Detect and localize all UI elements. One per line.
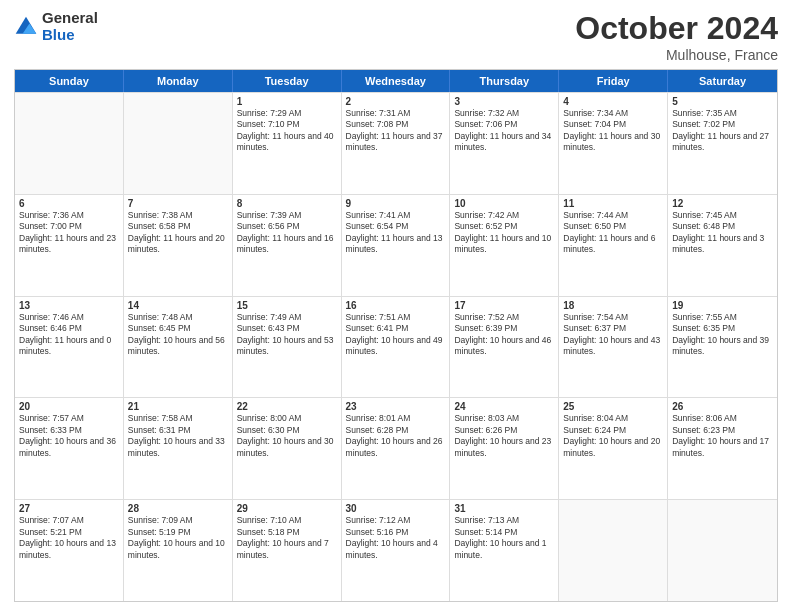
day-number: 15 bbox=[237, 300, 337, 311]
empty-cell bbox=[559, 500, 668, 601]
day-number: 31 bbox=[454, 503, 554, 514]
cell-info: Sunrise: 7:44 AMSunset: 6:50 PMDaylight:… bbox=[563, 210, 663, 256]
day-number: 13 bbox=[19, 300, 119, 311]
cell-info: Sunrise: 8:01 AMSunset: 6:28 PMDaylight:… bbox=[346, 413, 446, 459]
logo: General Blue bbox=[14, 10, 98, 43]
cell-info: Sunrise: 7:57 AMSunset: 6:33 PMDaylight:… bbox=[19, 413, 119, 459]
day-number: 11 bbox=[563, 198, 663, 209]
cell-info: Sunrise: 7:54 AMSunset: 6:37 PMDaylight:… bbox=[563, 312, 663, 358]
header-day-wednesday: Wednesday bbox=[342, 70, 451, 92]
day-number: 8 bbox=[237, 198, 337, 209]
calendar-body: 1Sunrise: 7:29 AMSunset: 7:10 PMDaylight… bbox=[15, 92, 777, 601]
cell-info: Sunrise: 7:58 AMSunset: 6:31 PMDaylight:… bbox=[128, 413, 228, 459]
calendar-week-4: 20Sunrise: 7:57 AMSunset: 6:33 PMDayligh… bbox=[15, 397, 777, 499]
day-cell-24: 24Sunrise: 8:03 AMSunset: 6:26 PMDayligh… bbox=[450, 398, 559, 499]
day-cell-25: 25Sunrise: 8:04 AMSunset: 6:24 PMDayligh… bbox=[559, 398, 668, 499]
day-cell-4: 4Sunrise: 7:34 AMSunset: 7:04 PMDaylight… bbox=[559, 93, 668, 194]
header-day-friday: Friday bbox=[559, 70, 668, 92]
day-number: 28 bbox=[128, 503, 228, 514]
cell-info: Sunrise: 8:06 AMSunset: 6:23 PMDaylight:… bbox=[672, 413, 773, 459]
day-cell-27: 27Sunrise: 7:07 AMSunset: 5:21 PMDayligh… bbox=[15, 500, 124, 601]
day-number: 18 bbox=[563, 300, 663, 311]
day-cell-18: 18Sunrise: 7:54 AMSunset: 6:37 PMDayligh… bbox=[559, 297, 668, 398]
day-number: 23 bbox=[346, 401, 446, 412]
location-subtitle: Mulhouse, France bbox=[575, 47, 778, 63]
day-cell-16: 16Sunrise: 7:51 AMSunset: 6:41 PMDayligh… bbox=[342, 297, 451, 398]
day-cell-2: 2Sunrise: 7:31 AMSunset: 7:08 PMDaylight… bbox=[342, 93, 451, 194]
day-number: 24 bbox=[454, 401, 554, 412]
day-number: 30 bbox=[346, 503, 446, 514]
logo-icon bbox=[14, 15, 38, 39]
day-number: 2 bbox=[346, 96, 446, 107]
cell-info: Sunrise: 7:09 AMSunset: 5:19 PMDaylight:… bbox=[128, 515, 228, 561]
day-cell-31: 31Sunrise: 7:13 AMSunset: 5:14 PMDayligh… bbox=[450, 500, 559, 601]
day-cell-3: 3Sunrise: 7:32 AMSunset: 7:06 PMDaylight… bbox=[450, 93, 559, 194]
day-cell-6: 6Sunrise: 7:36 AMSunset: 7:00 PMDaylight… bbox=[15, 195, 124, 296]
day-number: 20 bbox=[19, 401, 119, 412]
header-day-saturday: Saturday bbox=[668, 70, 777, 92]
day-number: 3 bbox=[454, 96, 554, 107]
day-cell-22: 22Sunrise: 8:00 AMSunset: 6:30 PMDayligh… bbox=[233, 398, 342, 499]
day-cell-23: 23Sunrise: 8:01 AMSunset: 6:28 PMDayligh… bbox=[342, 398, 451, 499]
cell-info: Sunrise: 7:45 AMSunset: 6:48 PMDaylight:… bbox=[672, 210, 773, 256]
day-cell-30: 30Sunrise: 7:12 AMSunset: 5:16 PMDayligh… bbox=[342, 500, 451, 601]
day-number: 16 bbox=[346, 300, 446, 311]
day-number: 9 bbox=[346, 198, 446, 209]
cell-info: Sunrise: 7:41 AMSunset: 6:54 PMDaylight:… bbox=[346, 210, 446, 256]
header: General Blue October 2024 Mulhouse, Fran… bbox=[14, 10, 778, 63]
day-cell-21: 21Sunrise: 7:58 AMSunset: 6:31 PMDayligh… bbox=[124, 398, 233, 499]
day-cell-19: 19Sunrise: 7:55 AMSunset: 6:35 PMDayligh… bbox=[668, 297, 777, 398]
cell-info: Sunrise: 7:38 AMSunset: 6:58 PMDaylight:… bbox=[128, 210, 228, 256]
cell-info: Sunrise: 8:04 AMSunset: 6:24 PMDaylight:… bbox=[563, 413, 663, 459]
cell-info: Sunrise: 7:31 AMSunset: 7:08 PMDaylight:… bbox=[346, 108, 446, 154]
day-cell-13: 13Sunrise: 7:46 AMSunset: 6:46 PMDayligh… bbox=[15, 297, 124, 398]
day-number: 26 bbox=[672, 401, 773, 412]
day-cell-5: 5Sunrise: 7:35 AMSunset: 7:02 PMDaylight… bbox=[668, 93, 777, 194]
cell-info: Sunrise: 7:32 AMSunset: 7:06 PMDaylight:… bbox=[454, 108, 554, 154]
day-cell-15: 15Sunrise: 7:49 AMSunset: 6:43 PMDayligh… bbox=[233, 297, 342, 398]
cell-info: Sunrise: 7:12 AMSunset: 5:16 PMDaylight:… bbox=[346, 515, 446, 561]
month-title: October 2024 bbox=[575, 10, 778, 47]
day-cell-7: 7Sunrise: 7:38 AMSunset: 6:58 PMDaylight… bbox=[124, 195, 233, 296]
calendar: SundayMondayTuesdayWednesdayThursdayFrid… bbox=[14, 69, 778, 602]
cell-info: Sunrise: 8:00 AMSunset: 6:30 PMDaylight:… bbox=[237, 413, 337, 459]
day-number: 10 bbox=[454, 198, 554, 209]
day-cell-8: 8Sunrise: 7:39 AMSunset: 6:56 PMDaylight… bbox=[233, 195, 342, 296]
day-number: 14 bbox=[128, 300, 228, 311]
day-cell-12: 12Sunrise: 7:45 AMSunset: 6:48 PMDayligh… bbox=[668, 195, 777, 296]
cell-info: Sunrise: 7:07 AMSunset: 5:21 PMDaylight:… bbox=[19, 515, 119, 561]
day-number: 25 bbox=[563, 401, 663, 412]
day-cell-9: 9Sunrise: 7:41 AMSunset: 6:54 PMDaylight… bbox=[342, 195, 451, 296]
calendar-week-5: 27Sunrise: 7:07 AMSunset: 5:21 PMDayligh… bbox=[15, 499, 777, 601]
day-cell-26: 26Sunrise: 8:06 AMSunset: 6:23 PMDayligh… bbox=[668, 398, 777, 499]
header-day-sunday: Sunday bbox=[15, 70, 124, 92]
cell-info: Sunrise: 7:36 AMSunset: 7:00 PMDaylight:… bbox=[19, 210, 119, 256]
cell-info: Sunrise: 7:10 AMSunset: 5:18 PMDaylight:… bbox=[237, 515, 337, 561]
cell-info: Sunrise: 7:29 AMSunset: 7:10 PMDaylight:… bbox=[237, 108, 337, 154]
day-number: 12 bbox=[672, 198, 773, 209]
day-number: 29 bbox=[237, 503, 337, 514]
day-number: 22 bbox=[237, 401, 337, 412]
day-cell-29: 29Sunrise: 7:10 AMSunset: 5:18 PMDayligh… bbox=[233, 500, 342, 601]
calendar-week-3: 13Sunrise: 7:46 AMSunset: 6:46 PMDayligh… bbox=[15, 296, 777, 398]
day-number: 7 bbox=[128, 198, 228, 209]
cell-info: Sunrise: 7:46 AMSunset: 6:46 PMDaylight:… bbox=[19, 312, 119, 358]
day-number: 4 bbox=[563, 96, 663, 107]
day-cell-14: 14Sunrise: 7:48 AMSunset: 6:45 PMDayligh… bbox=[124, 297, 233, 398]
day-number: 5 bbox=[672, 96, 773, 107]
cell-info: Sunrise: 7:49 AMSunset: 6:43 PMDaylight:… bbox=[237, 312, 337, 358]
day-cell-1: 1Sunrise: 7:29 AMSunset: 7:10 PMDaylight… bbox=[233, 93, 342, 194]
logo-general: General bbox=[42, 10, 98, 27]
day-cell-10: 10Sunrise: 7:42 AMSunset: 6:52 PMDayligh… bbox=[450, 195, 559, 296]
header-day-thursday: Thursday bbox=[450, 70, 559, 92]
day-number: 21 bbox=[128, 401, 228, 412]
cell-info: Sunrise: 7:34 AMSunset: 7:04 PMDaylight:… bbox=[563, 108, 663, 154]
day-cell-11: 11Sunrise: 7:44 AMSunset: 6:50 PMDayligh… bbox=[559, 195, 668, 296]
cell-info: Sunrise: 7:13 AMSunset: 5:14 PMDaylight:… bbox=[454, 515, 554, 561]
day-number: 1 bbox=[237, 96, 337, 107]
empty-cell bbox=[124, 93, 233, 194]
day-number: 19 bbox=[672, 300, 773, 311]
cell-info: Sunrise: 7:55 AMSunset: 6:35 PMDaylight:… bbox=[672, 312, 773, 358]
cell-info: Sunrise: 7:39 AMSunset: 6:56 PMDaylight:… bbox=[237, 210, 337, 256]
cell-info: Sunrise: 8:03 AMSunset: 6:26 PMDaylight:… bbox=[454, 413, 554, 459]
